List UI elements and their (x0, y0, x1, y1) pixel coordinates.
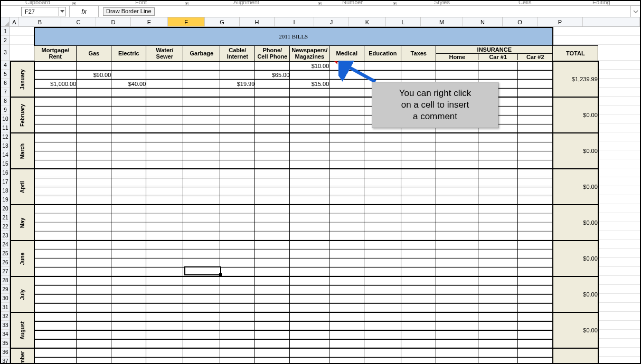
row-header[interactable]: 8 (1, 97, 10, 106)
ribbon-group-clipboard: Clipboard (25, 0, 50, 5)
row-header[interactable]: 5 (1, 70, 10, 79)
col-header-D[interactable]: D (96, 17, 131, 26)
row-header[interactable]: 14 (1, 150, 10, 159)
insert-function-button[interactable]: fx (70, 6, 99, 17)
formula-bar: F27 fx Draw Border Line (1, 6, 640, 17)
header-mortgage: Mortgage/ Rent (34, 45, 77, 61)
row-header[interactable]: 32 (1, 312, 10, 321)
draw-border-line-button[interactable]: Draw Border Line (103, 7, 155, 16)
cell-D6[interactable]: $40.00 (111, 79, 146, 88)
col-header-O[interactable]: O (503, 17, 538, 26)
row-header[interactable]: 3 (1, 45, 10, 61)
row-header[interactable]: 15 (1, 159, 10, 168)
ribbon-sep-icon[interactable]: ▾ (393, 2, 397, 6)
row-header[interactable]: 12 (1, 132, 10, 141)
header-phone: Phone/ Cell Phone (255, 45, 290, 61)
select-all-button[interactable] (1, 17, 10, 26)
col-header-N[interactable]: N (463, 17, 503, 26)
row-header[interactable]: 23 (1, 231, 10, 240)
row-header[interactable]: 28 (1, 276, 10, 285)
col-header-P[interactable]: P (538, 17, 583, 26)
row-header[interactable]: 16 (1, 168, 10, 177)
row-header[interactable]: 9 (1, 106, 10, 114)
name-box[interactable]: F27 (21, 7, 66, 16)
col-header-E[interactable]: E (131, 17, 168, 26)
header-electric: Electric (111, 45, 146, 61)
row-header[interactable]: 22 (1, 222, 10, 231)
month-january: January (11, 61, 34, 97)
month-partial: mber (11, 348, 34, 364)
cell-C5[interactable]: $90.00 (77, 70, 111, 79)
row-header[interactable]: 13 (1, 141, 10, 150)
col-header-G[interactable]: G (205, 17, 240, 26)
svg-line-2 (345, 65, 375, 82)
row-header[interactable]: 34 (1, 330, 10, 339)
cell-I4[interactable]: $10.00 (290, 61, 329, 70)
row-header[interactable]: 31 (1, 303, 10, 312)
cell-I6[interactable]: $15.00 (290, 79, 329, 88)
ribbon-bottom-edge: Clipboard ▾ Font ▾ Alignment ▾ Number ▾ … (1, 1, 640, 6)
name-box-dropdown-icon[interactable] (58, 7, 65, 16)
row-header[interactable]: 21 (1, 213, 10, 222)
formula-input[interactable]: Draw Border Line (99, 6, 630, 17)
cell-H5[interactable]: $65.00 (255, 70, 290, 79)
month-july: July (11, 276, 34, 312)
row-header[interactable]: 11 (1, 123, 10, 132)
ribbon-group-number: Number (342, 0, 363, 5)
col-header-A[interactable]: A (10, 17, 19, 26)
row-header[interactable]: 1 (1, 27, 10, 36)
col-header-F[interactable]: F (168, 17, 205, 26)
col-header-J[interactable]: J (314, 17, 349, 26)
row-header[interactable]: 29 (1, 285, 10, 294)
row-header[interactable]: 24 (1, 240, 10, 249)
row-header[interactable]: 6 (1, 79, 10, 88)
col-header-B[interactable]: B (19, 17, 61, 26)
header-taxes: Taxes (401, 45, 436, 61)
selected-cell[interactable] (184, 266, 221, 275)
row-header[interactable]: 27 (1, 267, 10, 276)
row-header[interactable]: 36 (1, 348, 10, 357)
ribbon-sep-icon[interactable]: ▾ (72, 2, 76, 6)
row-header[interactable]: 7 (1, 88, 10, 97)
ribbon-sep-icon[interactable]: ▾ (185, 2, 188, 6)
total-partial (553, 348, 598, 364)
row-header[interactable]: 17 (1, 177, 10, 186)
spreadsheet-grid[interactable]: 2011 BILLS Mortgage/ Rent Gas Electric W… (10, 27, 640, 363)
ribbon-group-styles: Styles (434, 0, 450, 5)
row-header[interactable]: 2 (1, 36, 10, 45)
cell-G6[interactable]: $19.99 (220, 79, 255, 88)
total-may: $0.00 (553, 205, 598, 241)
row-header[interactable]: 37 (1, 357, 10, 364)
row-header[interactable]: 26 (1, 258, 10, 267)
row-header[interactable]: 19 (1, 195, 10, 204)
header-newspapers: Newspapers/ Magazines (290, 45, 329, 61)
row-header[interactable]: 4 (1, 61, 10, 70)
total-february: $0.00 (553, 97, 598, 133)
comment-indicator-icon[interactable] (334, 61, 337, 64)
row-header[interactable]: 33 (1, 321, 10, 330)
row-header[interactable]: 35 (1, 339, 10, 348)
header-gas: Gas (77, 45, 111, 61)
col-header-I[interactable]: I (275, 17, 314, 26)
col-header-M[interactable]: M (421, 17, 463, 26)
header-water: Water/ Sewer (146, 45, 183, 61)
cell-B6[interactable]: $1,000.00 (34, 79, 77, 88)
ribbon-group-cells: Cells (519, 0, 531, 5)
header-education: Education (364, 45, 401, 61)
header-home: Home (436, 53, 478, 60)
row-header[interactable]: 10 (1, 114, 10, 123)
col-header-C[interactable]: C (61, 17, 96, 26)
fill-handle-icon[interactable] (219, 273, 222, 276)
row-header[interactable]: 20 (1, 204, 10, 213)
col-header-L[interactable]: L (386, 17, 421, 26)
col-header-K[interactable]: K (349, 17, 386, 26)
row-header[interactable]: 18 (1, 186, 10, 195)
total-june: $0.00 (553, 241, 598, 276)
col-header-H[interactable]: H (240, 17, 275, 26)
ribbon-sep-icon[interactable]: ▾ (318, 2, 322, 6)
total-january: $1,239.99 (553, 61, 598, 97)
expand-formula-bar-icon[interactable] (630, 6, 640, 17)
row-header[interactable]: 30 (1, 294, 10, 303)
row-header[interactable]: 25 (1, 249, 10, 258)
total-august: $0.00 (553, 312, 598, 348)
